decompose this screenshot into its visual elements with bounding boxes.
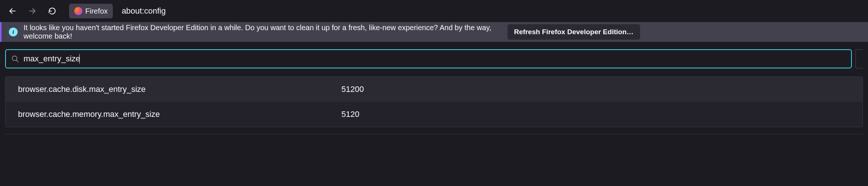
forward-button[interactable] (26, 4, 39, 18)
refresh-firefox-button[interactable]: Refresh Firefox Developer Edition… (507, 24, 640, 40)
pref-value: 51200 (341, 85, 364, 94)
config-content: max_entry_size browser.cache.disk.max_en… (0, 42, 868, 137)
url-display[interactable]: about:config (122, 6, 166, 16)
pref-name: browser.cache.disk.max_entry_size (18, 85, 341, 94)
reload-button[interactable] (46, 4, 59, 18)
svg-line-3 (16, 60, 18, 62)
active-tab[interactable]: Firefox (69, 4, 113, 18)
info-icon: i (9, 28, 18, 36)
search-value: max_entry_size (24, 54, 80, 64)
text-caret (79, 54, 80, 64)
tab-label: Firefox (85, 7, 108, 15)
search-box[interactable]: max_entry_size (5, 49, 852, 68)
back-button[interactable] (6, 4, 19, 18)
browser-toolbar: Firefox about:config (0, 0, 868, 22)
preferences-table: browser.cache.disk.max_entry_size 51200 … (5, 76, 863, 127)
search-input[interactable]: max_entry_size (24, 54, 80, 64)
pref-row[interactable]: browser.cache.memory.max_entry_size 5120 (6, 102, 862, 127)
search-icon (11, 55, 19, 63)
firefox-icon (74, 7, 82, 15)
pref-row[interactable]: browser.cache.disk.max_entry_size 51200 (6, 77, 862, 102)
bottom-border (5, 134, 863, 137)
search-row: max_entry_size (5, 49, 863, 68)
notification-message: It looks like you haven't started Firefo… (24, 24, 502, 40)
pref-name: browser.cache.memory.max_entry_size (18, 110, 341, 119)
notification-bar: i It looks like you haven't started Fire… (0, 22, 868, 42)
side-collapse-button[interactable] (856, 49, 863, 68)
pref-value: 5120 (341, 110, 359, 119)
